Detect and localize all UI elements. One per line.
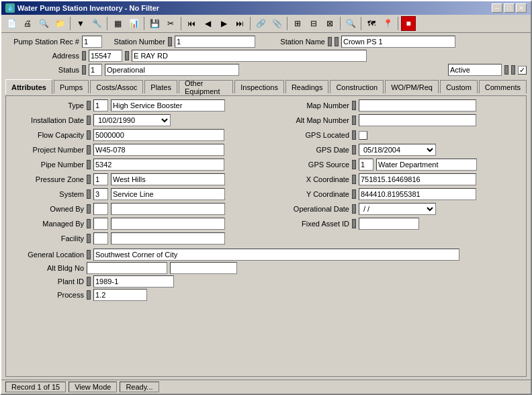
address-street-marker xyxy=(125,51,129,60)
tab-wo-pm-req[interactable]: WO/PM/Req xyxy=(385,80,439,93)
link-button[interactable]: 🔗 xyxy=(253,16,268,31)
station-number-input[interactable] xyxy=(175,36,255,48)
alt-bldg-no-input2[interactable] xyxy=(170,262,237,274)
save-button[interactable]: 💾 xyxy=(147,16,162,31)
print-button[interactable]: 🖨 xyxy=(20,16,35,31)
maximize-button[interactable]: □ xyxy=(504,3,515,13)
pipe-number-label: Pipe Number xyxy=(10,161,84,169)
nav-first[interactable]: ⏮ xyxy=(184,16,199,31)
gps-source-value-input[interactable] xyxy=(376,159,477,171)
pipe-number-input[interactable] xyxy=(93,159,224,171)
y-coordinate-input[interactable] xyxy=(359,188,476,200)
system-code-input[interactable] xyxy=(93,188,108,200)
sep4 xyxy=(181,17,181,30)
filter2-button[interactable]: 🔧 xyxy=(89,16,104,31)
app-icon: 💧 xyxy=(5,3,15,13)
installation-date-label: Installation Date xyxy=(10,116,84,124)
address-num-input[interactable] xyxy=(89,50,122,62)
tab-other-equipment[interactable]: Other Equipment xyxy=(179,80,233,93)
nav-last[interactable]: ⏭ xyxy=(232,16,247,31)
alt-map-number-input[interactable] xyxy=(359,114,476,126)
status-label: Status xyxy=(5,66,79,74)
gps-located-checkbox[interactable] xyxy=(359,131,367,140)
fixed-asset-id-row: Fixed Asset ID xyxy=(269,217,522,230)
map2-button[interactable]: 📍 xyxy=(380,16,395,31)
gps-source-code-input[interactable] xyxy=(359,159,373,171)
map-button[interactable]: 🗺 xyxy=(364,16,379,31)
preview-button[interactable]: 🔍 xyxy=(36,16,51,31)
status-code-input[interactable] xyxy=(89,64,102,76)
station-name-input[interactable] xyxy=(341,36,455,48)
grid2-button[interactable]: ⊟ xyxy=(306,16,321,31)
red-button[interactable]: ■ xyxy=(401,16,416,31)
status-text-input[interactable] xyxy=(105,64,239,76)
gps-date-label: GPS Date xyxy=(269,146,349,154)
tab-costs-assoc[interactable]: Costs/Assoc xyxy=(90,80,143,93)
process-input[interactable] xyxy=(93,289,147,301)
gps-source-row: GPS Source xyxy=(269,158,522,171)
gps-date-select[interactable]: 05/18/2004 xyxy=(359,144,436,156)
station-number-marker xyxy=(168,37,172,46)
project-number-input[interactable] xyxy=(93,144,224,156)
cut-button[interactable]: ✂ xyxy=(163,16,178,31)
general-location-input[interactable] xyxy=(93,249,459,261)
type-label: Type xyxy=(10,101,84,109)
managed-by-marker xyxy=(87,219,91,228)
owned-by-code-input[interactable] xyxy=(93,203,108,215)
flow-capacity-input[interactable] xyxy=(93,129,224,141)
facility-code-input[interactable] xyxy=(93,232,108,245)
tab-attributes[interactable]: Attributes xyxy=(5,79,52,94)
close-button[interactable]: ✕ xyxy=(516,3,527,13)
tab-readings[interactable]: Readings xyxy=(285,80,328,93)
tab-inspections[interactable]: Inspections xyxy=(234,80,284,93)
nav-next[interactable]: ▶ xyxy=(216,16,231,31)
managed-by-code-input[interactable] xyxy=(93,218,108,230)
grid-button[interactable]: ⊞ xyxy=(290,16,305,31)
toolbar: 📄 🖨 🔍 📁 ▼ 🔧 ▦ 📊 💾 ✂ ⏮ ◀ ▶ ⏭ 🔗 📎 ⊞ ⊟ ⊠ 🔍 … xyxy=(1,15,531,33)
project-number-row: Project Number xyxy=(10,143,263,157)
grid3-button[interactable]: ⊠ xyxy=(322,16,337,31)
sep6 xyxy=(287,17,287,30)
fixed-asset-id-input[interactable] xyxy=(359,218,419,230)
status-bar: Record 1 of 15 View Mode Ready... xyxy=(1,380,531,394)
pump-station-input[interactable] xyxy=(82,36,102,48)
window-controls[interactable]: ─ □ ✕ xyxy=(492,3,527,13)
owned-by-value-input[interactable] xyxy=(111,203,225,215)
tab-plates[interactable]: Plates xyxy=(144,80,177,93)
x-coordinate-input[interactable] xyxy=(359,173,476,185)
installation-date-marker xyxy=(87,116,91,125)
alt-bldg-no-input1[interactable] xyxy=(87,262,167,274)
active-input[interactable] xyxy=(448,64,502,76)
filter-button[interactable]: ▼ xyxy=(73,16,88,31)
tab-pumps[interactable]: Pumps xyxy=(54,80,89,93)
search-button[interactable]: 🔍 xyxy=(343,16,358,31)
table-button[interactable]: ▦ xyxy=(110,16,125,31)
map-number-input[interactable] xyxy=(359,99,476,112)
operational-date-marker xyxy=(352,204,356,214)
minimize-button[interactable]: ─ xyxy=(492,3,502,13)
type-code-input[interactable] xyxy=(93,99,108,112)
graph-button[interactable]: 📊 xyxy=(126,16,141,31)
managed-by-value-input[interactable] xyxy=(111,218,225,230)
plant-id-input[interactable] xyxy=(93,275,174,288)
operational-date-select[interactable]: / / xyxy=(359,203,436,215)
active-checkbox[interactable]: ✓ xyxy=(518,66,527,75)
open-button[interactable]: 📁 xyxy=(52,16,67,31)
type-value-input[interactable] xyxy=(111,99,225,112)
installation-date-row: Installation Date 10/02/1990 xyxy=(10,114,263,127)
system-value-input[interactable] xyxy=(111,188,225,200)
y-coordinate-marker xyxy=(352,189,356,199)
installation-date-select[interactable]: 10/02/1990 xyxy=(93,114,171,126)
tab-construction[interactable]: Construction xyxy=(330,80,384,93)
tab-comments[interactable]: Comments xyxy=(479,80,527,93)
new-button[interactable]: 📄 xyxy=(4,16,19,31)
system-row: System xyxy=(10,187,263,201)
nav-prev[interactable]: ◀ xyxy=(200,16,215,31)
pressure-zone-code-input[interactable] xyxy=(93,173,108,185)
address-street-input[interactable] xyxy=(132,50,367,62)
plant-id-label: Plant ID xyxy=(10,277,84,286)
tab-custom[interactable]: Custom xyxy=(440,80,478,93)
pressure-zone-value-input[interactable] xyxy=(111,173,225,185)
facility-value-input[interactable] xyxy=(111,232,225,245)
attach-button[interactable]: 📎 xyxy=(269,16,284,31)
